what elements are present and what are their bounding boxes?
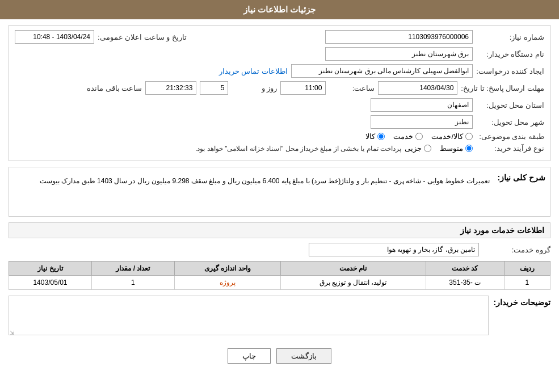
page-wrapper: جزئیات اطلاعات نیاز شماره نیاز: تاریخ و … xyxy=(0,0,559,392)
buttons-row: بازگشت چاپ xyxy=(9,343,550,369)
col-row-num: ردیف xyxy=(504,262,550,276)
back-button[interactable]: بازگشت xyxy=(276,348,331,364)
main-content: شماره نیاز: تاریخ و ساعت اعلان عمومی: نا… xyxy=(0,19,559,375)
row-need-number: شماره نیاز: تاریخ و ساعت اعلان عمومی: xyxy=(15,30,544,44)
process-desc: پرداخت تمام یا بخشی از مبلغ خریداز محل "… xyxy=(15,145,401,153)
resize-icon: ⇲ xyxy=(10,330,14,336)
need-desc-text: تعمیرات خطوط هوایی - شاخه پری - تنظیم با… xyxy=(14,172,493,206)
process-label-jozi: جزیی xyxy=(405,144,422,153)
category-label-kala: کالا xyxy=(365,132,375,141)
print-button[interactable]: چاپ xyxy=(228,348,271,364)
cell-unit: پروژه xyxy=(174,276,280,290)
cell-service-name: تولید، انتقال و توزیع برق xyxy=(280,276,426,290)
row-city: شهر محل تحویل: xyxy=(15,115,544,129)
deadline-time-input[interactable] xyxy=(280,81,326,95)
remaining-time-input[interactable] xyxy=(145,81,196,95)
city-input[interactable] xyxy=(371,115,473,129)
col-date: تاریخ نیاز xyxy=(9,262,92,276)
category-radio-khadmat[interactable] xyxy=(415,133,423,140)
buyer-desc-section: توضیحات خریدار: ⇲ xyxy=(9,296,550,337)
process-option-jozi[interactable]: جزیی xyxy=(405,144,431,153)
deadline-date-input[interactable] xyxy=(378,81,457,95)
city-label: شهر محل تحویل: xyxy=(476,118,544,127)
deadline-label: مهلت ارسال پاسخ: تا تاریخ: xyxy=(461,84,544,92)
cell-service-code: ت -35-351 xyxy=(426,276,504,290)
announce-date-input[interactable] xyxy=(15,30,94,44)
category-radio-group: کالا/خدمت خدمت کالا xyxy=(365,132,473,141)
deadline-days-input[interactable] xyxy=(200,81,228,95)
creator-label: ایجاد کننده درخواست: xyxy=(476,67,544,75)
category-option-khadmat[interactable]: خدمت xyxy=(393,132,423,141)
category-label: طبقه بندی موضوعی: xyxy=(476,132,544,141)
process-label-motavasset: متوسط xyxy=(440,144,463,153)
buyer-org-label: نام دستگاه خریدار: xyxy=(476,50,544,58)
creator-input[interactable] xyxy=(291,64,473,78)
remaining-label: ساعت باقی مانده xyxy=(87,84,142,92)
row-deadline: مهلت ارسال پاسخ: تا تاریخ: ساعت: روز و س… xyxy=(15,81,544,95)
buyer-desc-textarea[interactable] xyxy=(9,296,489,335)
col-service-name: نام خدمت xyxy=(280,262,426,276)
category-radio-kala[interactable] xyxy=(377,133,385,140)
services-table: ردیف کد خدمت نام خدمت واحد اندازه گیری ت… xyxy=(9,261,550,290)
need-number-label: شماره نیاز: xyxy=(476,33,544,41)
table-row: 1ت -35-351تولید، انتقال و توزیع برقپروژه… xyxy=(9,276,550,290)
row-category: طبقه بندی موضوعی: کالا/خدمت خدمت کالا xyxy=(15,132,544,141)
process-option-motavasset[interactable]: متوسط xyxy=(440,144,473,153)
contact-link[interactable]: اطلاعات تماس خریدار xyxy=(219,67,288,75)
main-form-section: شماره نیاز: تاریخ و ساعت اعلان عمومی: نا… xyxy=(9,25,550,161)
row-province: استان محل تحویل: xyxy=(15,98,544,112)
cell-date: 1403/05/01 xyxy=(9,276,92,290)
services-section-title: اطلاعات خدمات مورد نیاز xyxy=(9,222,550,238)
need-number-input[interactable] xyxy=(325,30,473,44)
process-radio-group: متوسط جزیی xyxy=(405,144,473,153)
category-option-kala-khadmat[interactable]: کالا/خدمت xyxy=(431,132,473,141)
province-label: استان محل تحویل: xyxy=(476,101,544,109)
category-radio-kala-khadmat[interactable] xyxy=(465,133,473,140)
services-title-text: اطلاعات خدمات مورد نیاز xyxy=(460,226,544,235)
need-desc-section: شرح کلی نیاز: تعمیرات خطوط هوایی - شاخه … xyxy=(9,167,550,217)
process-label: نوع فرآیند خرید: xyxy=(476,144,544,153)
buyer-org-input[interactable] xyxy=(325,47,473,61)
process-radio-motavasset[interactable] xyxy=(465,145,473,152)
category-option-kala[interactable]: کالا xyxy=(365,132,385,141)
cell-quantity: 1 xyxy=(91,276,174,290)
col-quantity: تعداد / مقدار xyxy=(91,262,174,276)
category-label-khadmat: خدمت xyxy=(393,132,413,141)
row-process-type: نوع فرآیند خرید: متوسط جزیی پرداخت تمام … xyxy=(15,144,544,153)
deadline-time-label: ساعت: xyxy=(329,84,375,92)
province-input[interactable] xyxy=(371,98,473,112)
row-creator: ایجاد کننده درخواست: اطلاعات تماس خریدار xyxy=(15,64,544,78)
deadline-days-label: روز و xyxy=(232,84,277,92)
process-radio-jozi[interactable] xyxy=(424,145,431,152)
service-group-input[interactable] xyxy=(309,243,479,256)
announce-date-label: تاریخ و ساعت اعلان عمومی: xyxy=(98,33,187,41)
cell-row-num: 1 xyxy=(504,276,550,290)
page-title: جزئیات اطلاعات نیاز xyxy=(243,5,316,14)
service-group-row: گروه خدمت: xyxy=(9,243,550,256)
category-label-kala-khadmat: کالا/خدمت xyxy=(431,132,463,141)
buyer-desc-label: توضیحات خریدار: xyxy=(493,296,550,307)
page-header: جزئیات اطلاعات نیاز xyxy=(0,0,559,19)
service-group-label: گروه خدمت: xyxy=(482,246,550,254)
need-desc-section-label: شرح کلی نیاز: xyxy=(498,172,545,182)
row-buyer-org: نام دستگاه خریدار: xyxy=(15,47,544,61)
col-unit: واحد اندازه گیری xyxy=(174,262,280,276)
col-service-code: کد خدمت xyxy=(426,262,504,276)
